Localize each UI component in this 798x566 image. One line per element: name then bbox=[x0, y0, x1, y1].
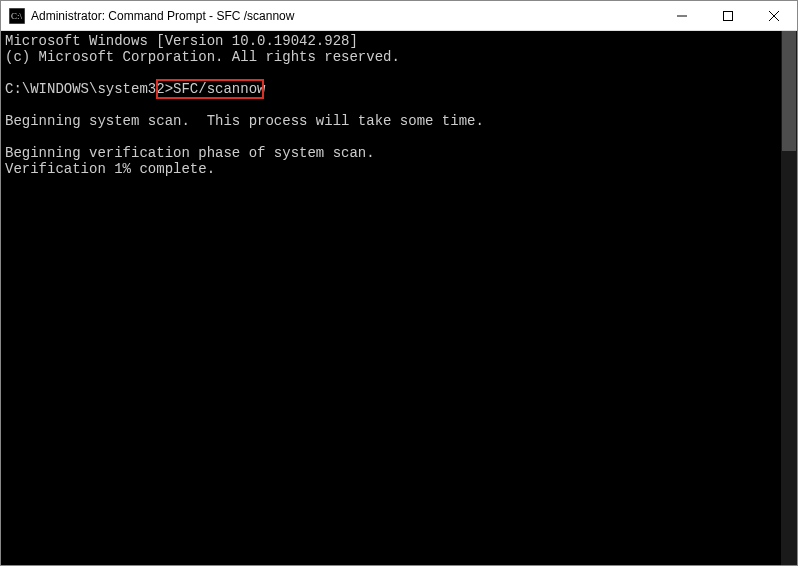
window-controls bbox=[659, 1, 797, 30]
maximize-button[interactable] bbox=[705, 1, 751, 31]
prompt-command: SFC/scannow bbox=[173, 81, 265, 97]
console-area: Microsoft Windows [Version 10.0.19042.92… bbox=[1, 31, 797, 565]
svg-rect-3 bbox=[724, 12, 733, 21]
cmd-icon: C:\ bbox=[9, 8, 25, 24]
console-output[interactable]: Microsoft Windows [Version 10.0.19042.92… bbox=[1, 31, 781, 565]
output-line: Verification 1% complete. bbox=[5, 161, 215, 177]
output-line: Beginning system scan. This process will… bbox=[5, 113, 484, 129]
window-title: Administrator: Command Prompt - SFC /sca… bbox=[31, 1, 659, 31]
svg-text:C:\: C:\ bbox=[11, 11, 23, 21]
scrollbar-thumb[interactable] bbox=[782, 31, 796, 151]
close-button[interactable] bbox=[751, 1, 797, 31]
output-line: Microsoft Windows [Version 10.0.19042.92… bbox=[5, 33, 358, 49]
minimize-button[interactable] bbox=[659, 1, 705, 31]
output-line: Beginning verification phase of system s… bbox=[5, 145, 375, 161]
output-line: (c) Microsoft Corporation. All rights re… bbox=[5, 49, 400, 65]
titlebar: C:\ Administrator: Command Prompt - SFC … bbox=[1, 1, 797, 31]
prompt-path: C:\WINDOWS\system32> bbox=[5, 81, 173, 97]
scrollbar[interactable] bbox=[781, 31, 797, 565]
